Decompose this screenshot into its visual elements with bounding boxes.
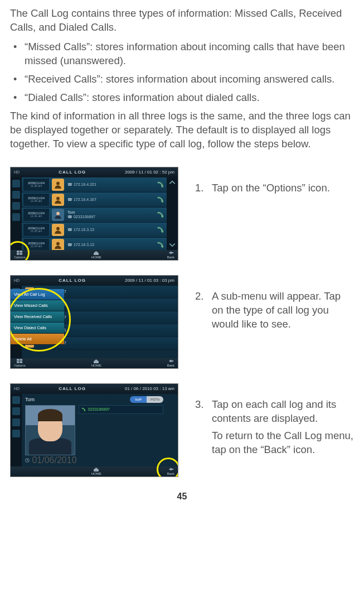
screenshot-title: CALL LOG: [59, 278, 86, 283]
intro-paragraph: The Call Log contains three types of inf…: [10, 7, 354, 35]
avatar-icon: [52, 209, 64, 221]
handset-icon[interactable]: [157, 181, 164, 189]
contact-details: 0233106897: [79, 405, 163, 455]
call-log-row[interactable]: 2009/11/24 11:35 am ☎ 172.16.4.167: [22, 192, 167, 208]
menu-item-view-all[interactable]: View All Call Log: [11, 289, 64, 300]
left-icon[interactable]: [12, 418, 20, 426]
chevron-up-icon[interactable]: [168, 179, 176, 186]
svg-rect-12: [20, 362, 22, 363]
menu-item-missed[interactable]: View Missed Calls: [11, 300, 64, 311]
left-icon[interactable]: [12, 430, 20, 437]
row-info: Tom ☎ 0233106897: [66, 210, 154, 219]
step-2-text: 2. A sub-menu will appear. Tap on the ty…: [195, 275, 354, 335]
screenshot-bottombar: Options HOME Back: [11, 358, 178, 368]
row-date: 2009/11/24 11:31 am: [23, 208, 50, 222]
call-log-row[interactable]: 2009/11/24 11:31 am Tom ☎ 0233106897: [22, 208, 167, 223]
contact-main: 0233106897: [25, 405, 163, 455]
contact-number-row[interactable]: 0233106897: [79, 405, 163, 414]
row-date: 2009/11/24 11:35 am: [23, 193, 50, 206]
step-row-2: HD CALL LOG 2009 / 11 / 01 03 : 03 pm ☎ …: [10, 275, 354, 369]
svg-point-3: [56, 227, 60, 230]
step-row-1: HD CALL LOG 2009 / 11 / 01 02 : 52 pm 20…: [10, 167, 354, 261]
call-log-row[interactable]: 2009/11/24 11:36 am ☎ 172.16.4.221: [22, 177, 167, 192]
svg-rect-5: [17, 251, 20, 253]
svg-rect-11: [17, 362, 20, 363]
left-icon[interactable]: [12, 396, 20, 404]
step-number: 1.: [195, 181, 206, 199]
svg-rect-6: [20, 251, 22, 253]
avatar-icon: [52, 194, 64, 206]
scroll-arrows: [167, 177, 178, 250]
step-row-3: HD CALL LOG 01 / 06 / 2010 03 : 13 am To…: [10, 383, 354, 477]
phone-icon: ☎ 172.16.4.221: [67, 182, 154, 187]
bullet-item: “Dialed Calls”: stores information about…: [10, 91, 354, 105]
screenshot-title: CALL LOG: [59, 170, 86, 175]
voip-toggle[interactable]: VoIP: [130, 396, 147, 403]
screenshot-bottombar: Options HOME Back: [11, 250, 178, 260]
screenshot-1: HD CALL LOG 2009 / 11 / 01 02 : 52 pm 20…: [10, 167, 178, 261]
handset-icon[interactable]: [157, 241, 164, 249]
svg-rect-8: [20, 253, 22, 255]
left-icon[interactable]: [12, 202, 20, 210]
avatar-icon: [52, 179, 64, 191]
bullet-list: “Missed Calls”: stores information about…: [10, 40, 354, 105]
left-icon[interactable]: [12, 191, 20, 199]
svg-rect-7: [17, 253, 20, 255]
home-button[interactable]: HOME: [91, 359, 101, 367]
svg-point-0: [56, 181, 60, 185]
home-button[interactable]: HOME: [91, 467, 101, 475]
options-button[interactable]: Options: [14, 359, 26, 367]
svg-point-4: [56, 242, 60, 245]
contact-name-row: Tom VoIP PSTN: [25, 396, 163, 403]
left-icon[interactable]: [12, 213, 20, 221]
step-number: 3.: [195, 398, 206, 460]
row-info: ☎ 172.16.4.221: [66, 182, 154, 187]
row-date: 2009/11/24 11:25 am: [23, 223, 50, 237]
call-log-row[interactable]: 2009/11/24 11:25 am ☎ 172.16.3.13: [22, 223, 167, 238]
svg-point-1: [56, 196, 60, 200]
screenshot-topbar: HD CALL LOG 01 / 06 / 2010 03 : 13 am: [11, 384, 178, 394]
page-number: 45: [10, 492, 354, 502]
back-button[interactable]: Back: [167, 359, 174, 367]
menu-item-delete-all[interactable]: Delete All: [11, 334, 64, 345]
screenshot-left-icons: [11, 394, 22, 466]
contact-portrait: [25, 405, 75, 455]
screenshot-topbar: HD CALL LOG 2009 / 11 / 01 03 : 03 pm: [11, 276, 178, 286]
screenshot-left-icons: [11, 177, 22, 250]
call-log-rows: 2009/11/24 11:36 am ☎ 172.16.4.221 2009/…: [22, 177, 167, 250]
chevron-down-icon[interactable]: [168, 241, 176, 249]
options-submenu: View All Call Log View Missed Calls View…: [11, 289, 64, 345]
step-1-text: 1. Tap on the “Options” icon.: [195, 167, 354, 199]
options-button[interactable]: Options: [14, 251, 26, 259]
svg-point-2: [56, 211, 60, 215]
menu-item-received[interactable]: View Received Calls: [11, 311, 64, 323]
left-icon[interactable]: [12, 407, 20, 415]
row-info: ☎ 172.16.3.13: [66, 243, 154, 247]
row-info: ☎ 172.16.3.13: [66, 228, 154, 232]
menu-item-dialed[interactable]: View Dialed Calls: [11, 323, 64, 334]
back-button[interactable]: Back: [167, 251, 174, 259]
hd-indicator: HD: [14, 278, 20, 282]
svg-rect-9: [17, 359, 20, 361]
screenshot-bottombar: Options HOME Back: [11, 466, 178, 477]
back-button[interactable]: Back: [167, 467, 174, 475]
handset-icon[interactable]: [157, 226, 164, 234]
svg-rect-10: [20, 359, 22, 361]
left-icon[interactable]: [12, 180, 20, 187]
handset-icon[interactable]: [157, 211, 164, 219]
avatar-icon: [52, 224, 64, 236]
row-info: ☎ 172.16.4.167: [66, 198, 154, 202]
hd-indicator: HD: [14, 170, 20, 174]
call-detail-body: Tom VoIP PSTN 02331068: [22, 394, 167, 466]
pstn-toggle[interactable]: PSTN: [147, 396, 163, 403]
screenshot-3: HD CALL LOG 01 / 06 / 2010 03 : 13 am To…: [10, 383, 178, 477]
home-button[interactable]: HOME: [91, 251, 101, 259]
step-3-text: 3. Tap on each call log and its contents…: [195, 383, 354, 460]
page-root: The Call Log contains three types of inf…: [0, 0, 364, 524]
avatar-icon: [52, 239, 64, 251]
step-number: 2.: [195, 290, 206, 335]
bullet-item: “Missed Calls”: stores information about…: [10, 40, 354, 68]
step-body: Tap on the “Options” icon.: [212, 181, 354, 199]
handset-icon[interactable]: [157, 196, 164, 204]
voip-pstn-toggle[interactable]: VoIP PSTN: [130, 396, 163, 403]
